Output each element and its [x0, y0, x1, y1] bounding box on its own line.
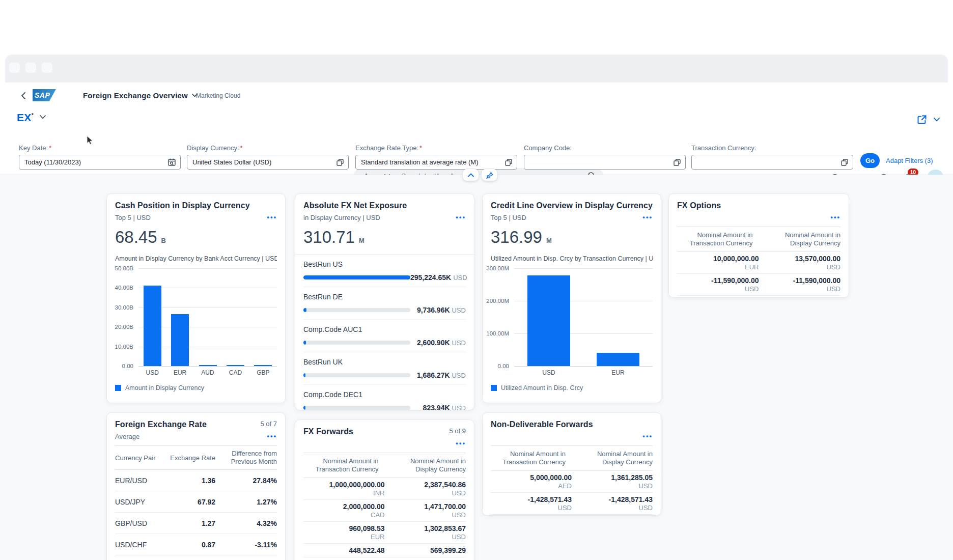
exchange-rate: 1.27	[167, 519, 215, 527]
table-row[interactable]: 2,000,000.00CAD 1,471,700.00USD	[303, 500, 466, 522]
page-title[interactable]: EX*	[17, 111, 34, 124]
bar-EUR[interactable]	[597, 353, 639, 366]
currency-label: USD	[452, 404, 466, 410]
value-help-icon[interactable]	[673, 158, 681, 166]
back-button[interactable]	[17, 90, 30, 102]
table-header: Nominal Amount in Transaction Currency N…	[303, 453, 466, 478]
gridline	[138, 366, 277, 367]
exposure-value: 9,736.96KUSD	[417, 306, 466, 314]
chart-title: Utilized Amount in Disp. Crcy by Transac…	[491, 255, 653, 262]
list-item[interactable]: Comp.Code AUC1 2,600.90KUSD	[303, 320, 466, 352]
calendar-icon[interactable]	[167, 158, 176, 166]
go-button[interactable]: Go	[860, 153, 880, 168]
card-title: Credit Line Overview in Display Currency	[491, 201, 653, 210]
chevron-down-icon[interactable]	[40, 115, 46, 119]
card-non-deliverable-forwards[interactable]: Non-Deliverable Forwards ••• Nominal Amo…	[482, 412, 661, 516]
card-foreign-exchange-rate[interactable]: Foreign Exchange Rate 5 of 7 Average •••…	[106, 412, 286, 560]
card-title: FX Options	[677, 201, 840, 210]
bar-GBP[interactable]	[254, 365, 272, 366]
app-title-menu[interactable]: Foreign Exchange Overview	[83, 82, 198, 108]
disp-amount: 569,399.29	[385, 546, 466, 555]
adapt-filters-link[interactable]: Adapt Filters (3)	[886, 157, 933, 164]
currency-label: USD	[452, 372, 466, 379]
card-absolute-fx-net-exposure[interactable]: Absolute FX Net Exposure in Display Curr…	[295, 193, 474, 410]
list-item[interactable]: BestRun UK 1,686.27KUSD	[303, 352, 466, 385]
table-row[interactable]: -1,428,571.43USD -1,428,571.43USD	[491, 493, 653, 515]
card-title: Absolute FX Net Exposure	[303, 201, 466, 210]
kpi-value: 310.71	[303, 228, 355, 247]
list-item[interactable]: Comp.Code DEC1 823.94KUSD	[303, 385, 466, 410]
card-subtitle: Top 5 | USD	[115, 214, 151, 221]
company-code-input[interactable]	[524, 155, 686, 170]
table-row[interactable]: 1,000,000,000.00INR 2,387,540.86USD	[303, 478, 466, 500]
table-row[interactable]: -11,590,000.00USD -11,590,000.00USD	[677, 274, 840, 296]
sap-logo[interactable]: SAP	[33, 89, 56, 101]
filter-exchange-rate-type: Exchange Rate Type:* Standard translatio…	[355, 144, 517, 170]
bar-USD[interactable]	[144, 286, 161, 366]
key-date-input[interactable]: Today (11/30/2023)	[19, 155, 181, 170]
card-cash-position[interactable]: Cash Position in Display Currency Top 5 …	[106, 193, 286, 403]
bar-band	[583, 268, 653, 366]
bar-CAD[interactable]	[227, 365, 244, 366]
exchange-rate: 1.36	[167, 477, 215, 485]
card-fx-options[interactable]: FX Options ••• Nominal Amount in Transac…	[668, 193, 849, 298]
share-icon[interactable]	[916, 114, 928, 125]
x-tick-label: USD	[514, 369, 583, 376]
table-row[interactable]: USD/CHF 0.87 -3.11%	[115, 534, 277, 555]
column-header: Exchange Rate	[167, 454, 215, 462]
display-currency-input[interactable]: United States Dollar (USD)	[187, 155, 349, 170]
legend-label: Utilized Amount in Disp. Crcy	[501, 384, 583, 391]
collapse-header-button[interactable]	[462, 169, 479, 181]
card-fx-forwards[interactable]: FX Forwards 5 of 9 ••• Nominal Amount in…	[295, 419, 474, 560]
table-row[interactable]: 5,000,000.00AED 1,361,285.05USD	[491, 471, 653, 493]
txn-currency: EUR	[677, 263, 759, 271]
bar-AUD[interactable]	[199, 365, 217, 366]
disp-amount: 2,387,540.86	[385, 481, 466, 489]
exchange-rate: 67.92	[167, 498, 215, 506]
exposure-bar-fill	[303, 275, 410, 279]
chevron-down-icon[interactable]	[934, 118, 940, 122]
chart-legend: Utilized Amount in Disp. Crcy	[491, 384, 653, 391]
card-overflow-button[interactable]: •••	[456, 213, 466, 221]
difference: 27.84%	[215, 477, 277, 485]
card-title: Non-Deliverable Forwards	[491, 420, 653, 429]
card-overflow-button[interactable]: •••	[642, 432, 653, 440]
page-title-text: EX	[17, 111, 32, 123]
card-overflow-button[interactable]: •••	[642, 213, 653, 221]
exposure-value: 823.94KUSD	[423, 404, 466, 410]
transaction-currency-input[interactable]	[691, 155, 853, 170]
value-help-icon[interactable]	[336, 158, 344, 166]
value-help-icon[interactable]	[840, 158, 849, 166]
exposure-bar-fill	[303, 373, 305, 377]
card-overflow-button[interactable]: •••	[267, 213, 277, 221]
card-overflow-button[interactable]: •••	[456, 439, 466, 447]
card-credit-line-overview[interactable]: Credit Line Overview in Display Currency…	[482, 193, 661, 403]
exposure-label: BestRun DE	[303, 293, 466, 301]
bar-USD[interactable]	[527, 275, 570, 366]
list-item[interactable]: BestRun US 295,224.65KUSD	[303, 255, 466, 287]
key-date-label: Key Date:*	[19, 144, 181, 152]
card-overflow-button[interactable]: •••	[267, 432, 277, 440]
txn-amount: -11,590,000.00	[677, 276, 759, 285]
table-row[interactable]: EUR/USD 1.36 27.84%	[115, 470, 277, 491]
exposure-label: Comp.Code AUC1	[303, 325, 466, 333]
table-row[interactable]: 960,098.53EUR 1,302,853.67USD	[303, 522, 466, 544]
disp-currency: USD	[385, 533, 466, 541]
table-row[interactable]: GBP/USD 1.27 4.32%	[115, 513, 277, 534]
list-item[interactable]: BestRun DE 9,736.96KUSD	[303, 287, 466, 320]
pin-header-button[interactable]	[481, 169, 498, 181]
table-row[interactable]: USD/JPY 67.92 1.27%	[115, 491, 277, 513]
kpi: 68.45 B	[115, 228, 277, 247]
bar-band	[249, 268, 277, 366]
table-header: Currency Pair Exchange Rate Difference f…	[115, 445, 277, 470]
column-header: Nominal Amount in Transaction Currency	[491, 450, 566, 466]
bar-EUR[interactable]	[171, 314, 189, 366]
table-row[interactable]: 448,522.48 569,399.29	[303, 544, 466, 557]
x-tick-label: CAD	[221, 369, 249, 376]
value-help-icon[interactable]	[504, 158, 513, 166]
exchange-rate-type-input[interactable]: Standard translation at average rate (M)	[355, 155, 517, 170]
card-overflow-button[interactable]: •••	[830, 213, 840, 221]
disp-amount: -1,428,571.43	[572, 495, 653, 504]
table-row[interactable]: 10,000,000.00EUR 13,570,000.00USD	[677, 252, 840, 274]
txn-amount: 1,000,000,000.00	[303, 481, 385, 489]
